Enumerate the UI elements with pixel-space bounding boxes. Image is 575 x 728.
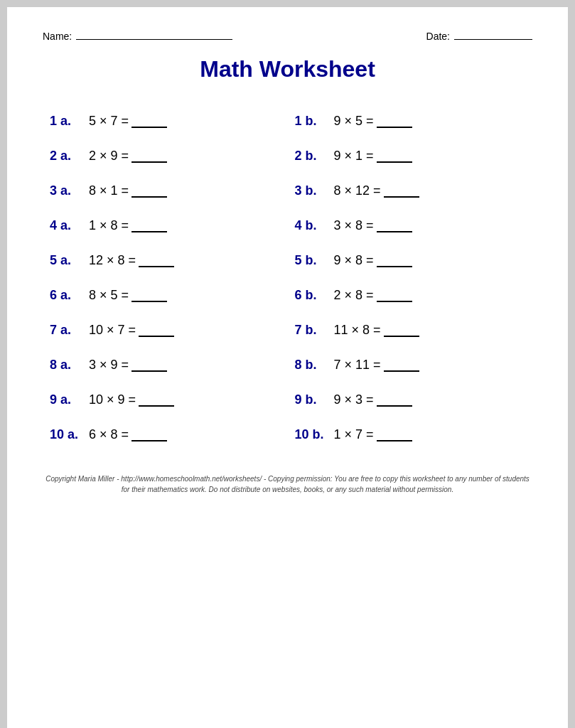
problem-number: 5 a. <box>50 253 89 268</box>
worksheet-page: Name: Date: Math Worksheet 1 a.5 × 7 = 1… <box>7 7 568 728</box>
problem-expression: 5 × 7 = <box>89 114 129 129</box>
problem-expression: 10 × 9 = <box>89 392 136 407</box>
answer-line <box>131 115 167 128</box>
name-label: Name: <box>43 31 72 42</box>
copyright-text: Copyright Maria Miller - http://www.home… <box>43 473 532 495</box>
problem-number: 5 b. <box>295 253 334 268</box>
problem-row: 9 a.10 × 9 = <box>43 382 288 417</box>
problem-number: 7 b. <box>295 323 334 338</box>
problem-number: 2 b. <box>295 149 334 164</box>
problem-expression: 9 × 8 = <box>334 253 374 268</box>
problem-number: 3 a. <box>50 183 89 198</box>
problem-row: 6 a.8 × 5 = <box>43 278 288 313</box>
problem-expression: 7 × 11 = <box>334 358 381 373</box>
answer-line <box>377 150 412 163</box>
answer-line <box>384 185 419 198</box>
problem-expression: 8 × 12 = <box>334 183 381 198</box>
problem-row: 2 a.2 × 9 = <box>43 139 288 173</box>
answer-line <box>139 255 174 267</box>
problem-expression: 1 × 7 = <box>334 427 374 442</box>
answer-line <box>131 429 167 441</box>
problem-number: 10 a. <box>50 427 89 442</box>
problem-row: 4 b.3 × 8 = <box>288 208 533 243</box>
name-line <box>76 28 232 40</box>
problem-expression: 12 × 8 = <box>89 253 136 268</box>
problem-number: 8 a. <box>50 358 89 373</box>
problem-expression: 1 × 8 = <box>89 218 129 233</box>
problem-expression: 9 × 5 = <box>334 114 374 129</box>
problem-expression: 3 × 8 = <box>334 218 374 233</box>
problem-expression: 8 × 5 = <box>89 288 129 303</box>
answer-line <box>131 289 167 302</box>
problem-row: 1 b.9 × 5 = <box>288 104 533 139</box>
problem-number: 9 a. <box>50 392 89 407</box>
problem-row: 10 a.6 × 8 = <box>43 417 288 452</box>
answer-line <box>377 394 412 407</box>
answer-line <box>377 255 412 267</box>
problems-grid: 1 a.5 × 7 = 1 b.9 × 5 = 2 a.2 × 9 = 2 b.… <box>43 104 532 452</box>
date-line <box>454 28 532 40</box>
problem-number: 6 b. <box>295 288 334 303</box>
problem-number: 6 a. <box>50 288 89 303</box>
problem-number: 9 b. <box>295 392 334 407</box>
problem-number: 2 a. <box>50 149 89 164</box>
problem-number: 3 b. <box>295 183 334 198</box>
problem-row: 8 b.7 × 11 = <box>288 348 533 382</box>
problem-row: 7 a.10 × 7 = <box>43 313 288 348</box>
problem-number: 10 b. <box>295 427 334 442</box>
problem-number: 4 b. <box>295 218 334 233</box>
problem-row: 7 b.11 × 8 = <box>288 313 533 348</box>
problem-row: 1 a.5 × 7 = <box>43 104 288 139</box>
problem-row: 9 b.9 × 3 = <box>288 382 533 417</box>
answer-line <box>384 359 419 372</box>
problem-expression: 9 × 3 = <box>334 392 374 407</box>
answer-line <box>139 324 174 337</box>
problem-expression: 11 × 8 = <box>334 323 381 338</box>
worksheet-title: Math Worksheet <box>43 56 532 82</box>
answer-line <box>377 115 412 128</box>
problem-expression: 10 × 7 = <box>89 323 136 338</box>
problem-row: 2 b.9 × 1 = <box>288 139 533 173</box>
problem-expression: 8 × 1 = <box>89 183 129 198</box>
problem-number: 1 b. <box>295 114 334 129</box>
problem-row: 3 b.8 × 12 = <box>288 173 533 208</box>
problem-number: 7 a. <box>50 323 89 338</box>
date-field: Date: <box>426 28 532 42</box>
problem-row: 6 b.2 × 8 = <box>288 278 533 313</box>
date-label: Date: <box>426 31 450 42</box>
problem-row: 10 b.1 × 7 = <box>288 417 533 452</box>
answer-line <box>384 324 419 337</box>
problem-expression: 2 × 9 = <box>89 149 129 164</box>
answer-line <box>131 150 167 163</box>
problem-expression: 9 × 1 = <box>334 149 374 164</box>
header-row: Name: Date: <box>43 28 532 42</box>
name-field: Name: <box>43 28 232 42</box>
problem-row: 8 a.3 × 9 = <box>43 348 288 382</box>
answer-line <box>377 289 412 302</box>
answer-line <box>139 394 174 407</box>
answer-line <box>131 185 167 198</box>
answer-line <box>377 220 412 232</box>
problem-row: 5 a.12 × 8 = <box>43 243 288 278</box>
problem-row: 3 a.8 × 1 = <box>43 173 288 208</box>
answer-line <box>377 429 412 441</box>
problem-row: 5 b.9 × 8 = <box>288 243 533 278</box>
problem-expression: 3 × 9 = <box>89 358 129 373</box>
problem-expression: 6 × 8 = <box>89 427 129 442</box>
answer-line <box>131 359 167 372</box>
answer-line <box>131 220 167 232</box>
problem-expression: 2 × 8 = <box>334 288 374 303</box>
problem-row: 4 a.1 × 8 = <box>43 208 288 243</box>
problem-number: 8 b. <box>295 358 334 373</box>
problem-number: 1 a. <box>50 114 89 129</box>
problem-number: 4 a. <box>50 218 89 233</box>
